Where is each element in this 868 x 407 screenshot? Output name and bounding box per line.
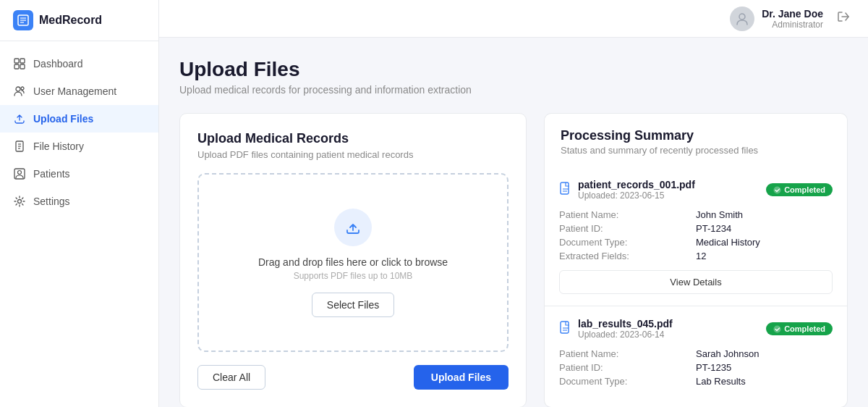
file-details-1: Patient Name: John Smith Patient ID: PT-… (559, 209, 833, 261)
summary-cards: patient_records_001.pdf Uploaded: 2023-0… (544, 167, 848, 407)
dashboard-icon (13, 57, 26, 70)
svg-point-8 (16, 87, 20, 91)
view-details-button-1[interactable]: View Details (559, 270, 833, 294)
file-name-row-2: lab_results_045.pdf Uploaded: 2023-06-14 (559, 318, 673, 340)
user-info: Dr. Jane Doe Administrator (730, 7, 851, 31)
user-text: Dr. Jane Doe Administrator (762, 8, 823, 30)
value-patient-id-1: PT-1234 (696, 223, 833, 234)
topbar: Dr. Jane Doe Administrator (159, 0, 868, 38)
file-date-1: Uploaded: 2023-06-15 (578, 190, 695, 201)
status-badge-1: Completed (766, 183, 833, 196)
status-badge-2-label: Completed (784, 324, 825, 333)
sidebar-item-dashboard[interactable]: Dashboard (0, 50, 158, 77)
svg-point-17 (739, 14, 745, 20)
patients-icon (13, 167, 26, 180)
summary-header: Processing Summary Status and summary of… (544, 113, 848, 167)
label-doc-type-2: Document Type: (559, 376, 696, 387)
settings-icon (13, 195, 26, 208)
main-columns: Upload Medical Records Upload PDF files … (179, 113, 848, 407)
file-name-1: patient_records_001.pdf (578, 179, 695, 190)
value-patient-id-2: PT-1235 (696, 362, 833, 373)
svg-rect-5 (20, 59, 25, 63)
status-badge-1-label: Completed (784, 185, 825, 194)
drop-zone[interactable]: Drag and drop files here or click to bro… (197, 173, 509, 352)
upload-panel-subtitle: Upload PDF files containing patient medi… (197, 149, 509, 160)
clear-all-button[interactable]: Clear All (197, 365, 265, 390)
svg-point-16 (18, 200, 22, 204)
file-info-2: lab_results_045.pdf Uploaded: 2023-06-14 (578, 318, 673, 340)
main-area: Dr. Jane Doe Administrator Upload Files … (159, 0, 868, 407)
summary-subtitle: Status and summary of recently processed… (561, 145, 831, 156)
file-history-icon (13, 140, 26, 153)
file-card-1: patient_records_001.pdf Uploaded: 2023-0… (544, 167, 848, 306)
file-name-2: lab_results_045.pdf (578, 318, 673, 330)
upload-icon (13, 112, 26, 125)
sidebar-nav: Dashboard User Management Upload Files (0, 41, 158, 407)
sidebar-item-upload-files[interactable]: Upload Files (0, 105, 158, 133)
users-icon (13, 85, 26, 98)
app-logo-icon (13, 10, 33, 30)
select-files-button[interactable]: Select Files (312, 293, 394, 317)
file-info-1: patient_records_001.pdf Uploaded: 2023-0… (578, 179, 695, 201)
upload-files-button[interactable]: Upload Files (414, 365, 509, 390)
drop-hint: Supports PDF files up to 10MB (294, 271, 413, 281)
sidebar-item-file-history[interactable]: File History (0, 133, 158, 160)
svg-point-15 (18, 171, 22, 175)
value-doc-type-1: Medical History (696, 237, 833, 248)
sidebar-item-upload-files-label: Upload Files (33, 113, 93, 125)
svg-rect-22 (561, 322, 569, 333)
file-icon-2 (559, 321, 572, 337)
upload-panel-title: Upload Medical Records (197, 131, 509, 146)
status-badge-2: Completed (766, 322, 833, 335)
page-subtitle: Upload medical records for processing an… (179, 84, 848, 96)
label-patient-name-1: Patient Name: (559, 209, 696, 220)
value-patient-name-1: John Smith (696, 209, 833, 220)
sidebar-item-settings[interactable]: Settings (0, 188, 158, 215)
svg-point-9 (21, 87, 24, 90)
file-details-2: Patient Name: Sarah Johnson Patient ID: … (559, 348, 833, 387)
sidebar-item-settings-label: Settings (33, 196, 70, 207)
file-card-1-header: patient_records_001.pdf Uploaded: 2023-0… (559, 179, 833, 201)
label-patient-id-1: Patient ID: (559, 223, 696, 234)
user-role: Administrator (762, 20, 823, 30)
app-logo: MedRecord (0, 0, 158, 41)
value-doc-type-2: Lab Results (696, 376, 833, 387)
label-doc-type-1: Document Type: (559, 237, 696, 248)
svg-point-21 (774, 186, 781, 193)
value-extracted-fields-1: 12 (696, 251, 833, 261)
sidebar-item-file-history-label: File History (33, 140, 84, 152)
file-name-row-1: patient_records_001.pdf Uploaded: 2023-0… (559, 179, 695, 201)
sidebar-item-patients[interactable]: Patients (0, 160, 158, 188)
page-content: Upload Files Upload medical records for … (159, 38, 868, 407)
upload-icon-circle (334, 209, 372, 246)
app-name: MedRecord (39, 14, 102, 27)
sidebar-item-dashboard-label: Dashboard (33, 58, 83, 70)
label-patient-id-2: Patient ID: (559, 362, 696, 373)
avatar (730, 7, 754, 31)
svg-point-25 (774, 325, 781, 332)
file-date-2: Uploaded: 2023-06-14 (578, 330, 673, 340)
sidebar-item-user-management[interactable]: User Management (0, 77, 158, 105)
file-card-2-header: lab_results_045.pdf Uploaded: 2023-06-14… (559, 318, 833, 340)
value-patient-name-2: Sarah Johnson (696, 348, 833, 359)
svg-rect-4 (14, 59, 19, 63)
svg-rect-7 (20, 64, 25, 69)
sidebar: MedRecord Dashboard (0, 0, 159, 407)
page-title: Upload Files (179, 58, 848, 81)
sidebar-item-user-management-label: User Management (33, 85, 116, 97)
summary-title: Processing Summary (561, 128, 831, 143)
sidebar-item-patients-label: Patients (33, 168, 70, 180)
logout-icon[interactable] (836, 9, 851, 28)
upload-panel: Upload Medical Records Upload PDF files … (179, 113, 527, 407)
label-patient-name-2: Patient Name: (559, 348, 696, 359)
summary-panel: Processing Summary Status and summary of… (544, 113, 848, 407)
drop-text: Drag and drop files here or click to bro… (258, 256, 448, 268)
file-icon-1 (559, 182, 572, 198)
label-extracted-fields-1: Extracted Fields: (559, 251, 696, 261)
panel-actions: Clear All Upload Files (197, 365, 509, 390)
svg-rect-18 (561, 182, 569, 194)
user-name: Dr. Jane Doe (762, 8, 823, 20)
svg-rect-6 (14, 64, 19, 69)
file-card-2: lab_results_045.pdf Uploaded: 2023-06-14… (544, 306, 848, 407)
